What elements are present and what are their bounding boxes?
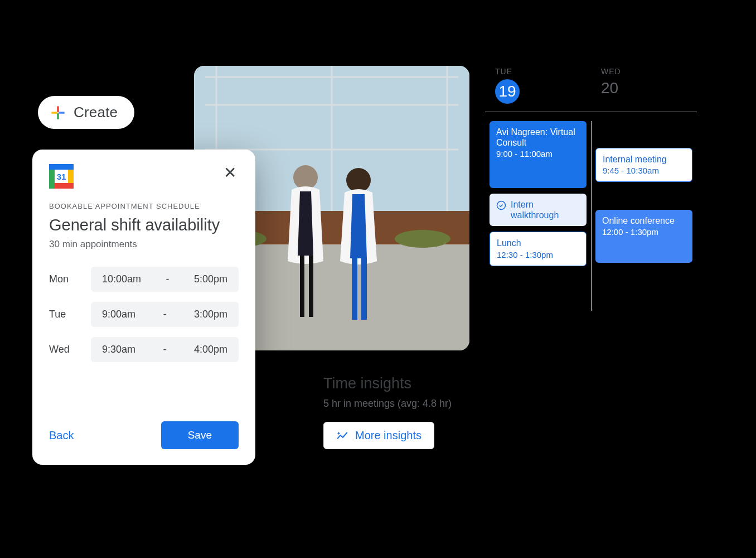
day-of-week-label: TUE <box>495 67 591 76</box>
time-insights-panel: Time insights 5 hr in meetings (avg: 4.8… <box>323 375 452 449</box>
calendar-event[interactable]: Online conference 12:00 - 1:30pm <box>595 210 692 263</box>
event-time: 12:00 - 1:30pm <box>602 227 686 237</box>
start-time: 9:00am <box>102 309 135 320</box>
insights-title: Time insights <box>323 375 452 392</box>
event-title: Online conference <box>602 215 686 226</box>
svg-point-19 <box>293 165 318 190</box>
start-time: 10:00am <box>102 273 141 285</box>
svg-rect-2 <box>51 112 57 114</box>
end-time: 4:00pm <box>194 344 227 355</box>
close-icon[interactable]: ✕ <box>221 164 239 182</box>
availability-row: Tue 9:00am - 3:00pm <box>49 302 239 327</box>
card-sub-label: BOOKABLE APPOINTMENT SCHEDULE <box>49 202 239 210</box>
create-button[interactable]: Create <box>38 96 134 129</box>
svg-rect-3 <box>59 112 65 114</box>
calendar-event[interactable]: Lunch 12:30 - 1:30pm <box>490 232 587 266</box>
day-label: Tue <box>49 309 80 320</box>
insights-subtitle: 5 hr in meetings (avg: 4.8 hr) <box>323 398 452 410</box>
event-time: 12:30 - 1:30pm <box>497 250 579 260</box>
event-title: Internal meeting <box>603 154 685 165</box>
time-dash: - <box>163 309 167 320</box>
svg-point-26 <box>395 230 450 248</box>
calendar-day-column[interactable]: WED 20 <box>591 67 697 104</box>
event-time: 9:45 - 10:30am <box>603 166 685 176</box>
event-title: Lunch <box>497 238 579 248</box>
svg-rect-20 <box>300 256 304 317</box>
insights-icon <box>336 430 348 442</box>
calendar-logo-icon: 31 <box>49 164 74 189</box>
mini-calendar: TUE 19 WED 20 Avi Nagreen: Virtual Consu… <box>485 67 697 311</box>
svg-rect-21 <box>309 256 313 317</box>
svg-rect-7 <box>68 170 74 183</box>
event-title: Intern walkthrough <box>511 199 580 220</box>
availability-row: Mon 10:00am - 5:00pm <box>49 267 239 292</box>
appointment-schedule-card: 31 ✕ BOOKABLE APPOINTMENT SCHEDULE Gener… <box>32 150 255 465</box>
check-circle-icon <box>496 200 506 210</box>
time-dash: - <box>163 344 167 355</box>
end-time: 5:00pm <box>194 273 227 285</box>
calendar-day-column[interactable]: TUE 19 <box>485 67 591 104</box>
more-insights-label: More insights <box>355 429 421 442</box>
calendar-event[interactable]: Intern walkthrough <box>490 194 587 226</box>
time-range-input[interactable]: 9:30am - 4:00pm <box>91 337 239 362</box>
day-of-week-label: WED <box>601 67 697 76</box>
event-title: Avi Nagreen: Virtual Consult <box>496 127 580 148</box>
plus-icon <box>50 105 66 121</box>
svg-point-27 <box>497 201 506 210</box>
svg-rect-8 <box>55 183 74 189</box>
day-number: 19 <box>495 79 520 104</box>
more-insights-button[interactable]: More insights <box>323 422 434 449</box>
calendar-event[interactable]: Avi Nagreen: Virtual Consult 9:00 - 11:0… <box>490 121 587 188</box>
svg-text:31: 31 <box>57 172 66 181</box>
save-button[interactable]: Save <box>161 421 239 449</box>
day-label: Wed <box>49 344 80 355</box>
time-range-input[interactable]: 9:00am - 3:00pm <box>91 302 239 327</box>
svg-point-22 <box>346 168 371 193</box>
day-label: Mon <box>49 273 80 285</box>
event-time: 9:00 - 11:00am <box>496 149 580 159</box>
svg-rect-0 <box>57 106 59 112</box>
card-title: General shift availability <box>49 216 239 234</box>
start-time: 9:30am <box>102 344 135 355</box>
svg-rect-1 <box>57 113 59 119</box>
time-range-input[interactable]: 10:00am - 5:00pm <box>91 267 239 292</box>
svg-rect-24 <box>361 258 367 320</box>
day-number: 20 <box>601 79 618 97</box>
divider <box>485 112 697 112</box>
svg-rect-5 <box>49 164 74 170</box>
svg-rect-6 <box>49 170 55 189</box>
time-dash: - <box>166 273 169 285</box>
end-time: 3:00pm <box>194 309 227 320</box>
calendar-event[interactable]: Internal meeting 9:45 - 10:30am <box>595 148 692 182</box>
availability-row: Wed 9:30am - 4:00pm <box>49 337 239 362</box>
svg-rect-23 <box>352 258 357 320</box>
create-label: Create <box>74 104 118 121</box>
back-button[interactable]: Back <box>49 429 74 442</box>
card-description: 30 min appointments <box>49 239 239 250</box>
